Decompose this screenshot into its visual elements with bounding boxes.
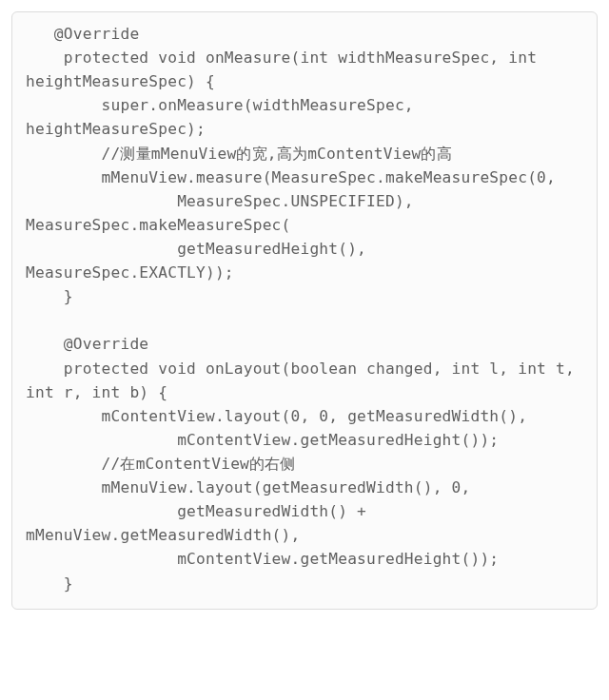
code-snippet: @Override protected void onMeasure(int w… <box>26 22 583 595</box>
code-block-container: @Override protected void onMeasure(int w… <box>11 11 598 610</box>
